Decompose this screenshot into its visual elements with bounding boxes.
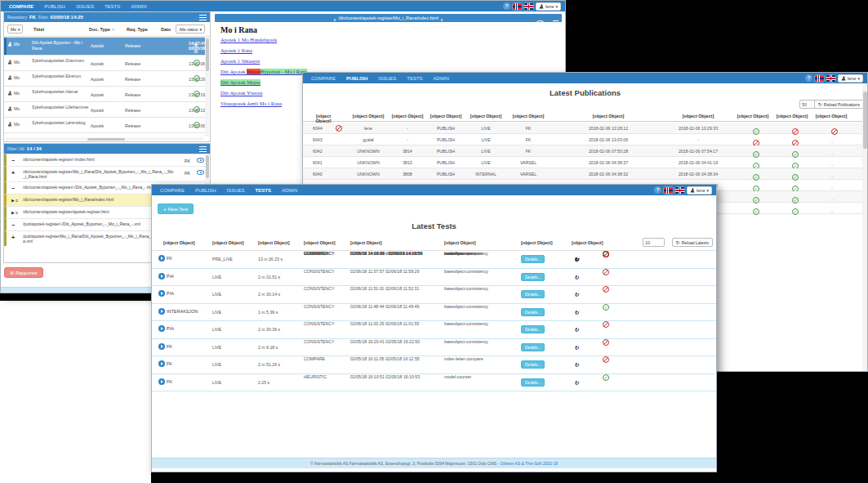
details-button[interactable]: Details... xyxy=(521,360,545,369)
publication-row[interactable]: 6044 lene - PUBLISH LIVE FK 2018-02-06 1… xyxy=(303,123,867,134)
nav-item[interactable]: TESTS xyxy=(105,4,120,9)
pharmacy-link[interactable]: Apotek 1 Rana xyxy=(220,47,559,58)
test-row[interactable]: INTERAKSJON LIVE 1 m 5.39 s Details... C… xyxy=(152,304,716,322)
play-icon[interactable] xyxy=(158,308,165,315)
status-filter-dropdown[interactable]: Alle status xyxy=(176,25,205,34)
nav-item[interactable]: ISSUES xyxy=(227,188,245,193)
column-header-reqtype: Req. Type xyxy=(127,27,148,32)
british-flag-icon[interactable] xyxy=(675,187,684,194)
test-row[interactable]: PIA LIVE 2 m 30.36 s Details... CONSISTE… xyxy=(152,321,716,339)
british-flag-icon[interactable] xyxy=(826,75,835,82)
rerun-icon[interactable] xyxy=(574,320,579,335)
test-row[interactable]: FK LIVE 2 m 9.18 s Details... CONSISTENC… xyxy=(152,339,716,357)
rerun-icon[interactable] xyxy=(574,303,579,318)
user-menu-button[interactable]: lene xyxy=(536,2,561,11)
details-button[interactable]: Details... xyxy=(521,343,545,351)
nav-item[interactable]: TESTS xyxy=(256,188,271,193)
details-button[interactable]: Details... xyxy=(521,255,545,263)
play-icon[interactable] xyxy=(158,273,165,280)
details-button[interactable]: Details... xyxy=(521,325,545,333)
nav-item[interactable]: PUBLISH xyxy=(195,188,216,193)
document-row[interactable]: Mo Sykehusapoteket Elverum Apotek Releas… xyxy=(4,70,205,86)
menu-icon[interactable] xyxy=(199,146,207,152)
document-row[interactable]: Mo Ditt Apotek Byporten - Mo i Rana Apot… xyxy=(4,37,205,55)
play-icon[interactable] xyxy=(158,255,165,262)
help-icon[interactable] xyxy=(805,74,812,82)
menu-icon[interactable] xyxy=(553,20,559,25)
rerun-icon[interactable] xyxy=(574,285,579,300)
nav-item[interactable]: PUBLISH xyxy=(44,4,65,9)
document-row[interactable]: Mo Sykehusapoteket Drammen Apotek Releas… xyxy=(4,55,205,70)
file-row[interactable]: /div/content/apotek-register/Mo_i_Rana/D… xyxy=(4,166,210,181)
test-row[interactable]: FK LIVE 2.25 s Details... HEURISTIC 02/0… xyxy=(152,374,716,392)
footer-links[interactable]: Orbeon AS & Thin-Soft 2002-18 xyxy=(501,461,559,466)
play-icon[interactable] xyxy=(158,325,165,332)
scrollbar-thumb[interactable] xyxy=(863,92,867,149)
previous-document-chevron-icon[interactable] xyxy=(334,11,336,25)
details-button[interactable]: Details... xyxy=(521,378,545,387)
rerun-icon[interactable] xyxy=(574,268,579,283)
column-header-doctype[interactable]: Doc. Type xyxy=(89,27,114,32)
publication-row[interactable]: 6043 gyalal - PUBLISH LIVE FK 2018-02-06… xyxy=(303,134,867,145)
norwegian-flag-icon[interactable] xyxy=(815,75,824,82)
publication-row[interactable]: 6040 UNKNOWN 3808 PUBLISH INTERNAL VARSE… xyxy=(303,168,867,180)
nav-item[interactable]: COMPARE xyxy=(311,76,336,81)
rerun-icon[interactable] xyxy=(574,338,579,353)
test-row[interactable]: FK LIVE 2 m 51.26 s Details... COMPARE 0… xyxy=(152,356,716,374)
play-icon[interactable] xyxy=(158,343,165,350)
eye-icon[interactable] xyxy=(536,20,544,25)
nav-item[interactable]: ADMIN xyxy=(434,76,449,81)
document-row[interactable]: Mo Sykehusapoteket Lillehammer Apotek Re… xyxy=(4,101,205,117)
play-icon[interactable] xyxy=(158,360,165,367)
nav-item[interactable]: PUBLISH xyxy=(346,76,367,81)
test-row[interactable]: FK PRE_LIVE 13 m 26.23 s Details... CUCU… xyxy=(152,251,716,269)
nav-item[interactable]: COMPARE xyxy=(9,4,33,9)
nav-item[interactable]: ADMIN xyxy=(282,188,297,193)
details-button[interactable]: Details... xyxy=(521,290,545,298)
pharmacy-link[interactable]: Apotek 1 Mo Handelspark xyxy=(220,37,559,47)
test-row[interactable]: PIA LIVE 2 m 30.14 s Details... CONSISTE… xyxy=(152,286,716,304)
pharmacy-link[interactable]: Apotek 1 Smaøyet xyxy=(220,58,559,69)
play-icon[interactable] xyxy=(158,378,165,385)
sort-icon[interactable] xyxy=(111,27,114,32)
new-test-button[interactable]: New Test xyxy=(158,203,194,214)
british-flag-icon[interactable] xyxy=(524,3,533,10)
publication-row[interactable]: 6042 UNKNOWN 3814 PUBLISH LIVE FK 2018-0… xyxy=(303,145,867,157)
scrollbar-thumb[interactable] xyxy=(206,155,209,178)
page-size-input[interactable] xyxy=(643,238,665,247)
rapporter-button[interactable]: Rapporter xyxy=(4,267,43,278)
help-icon[interactable] xyxy=(654,186,661,194)
rerun-icon[interactable] xyxy=(574,250,579,265)
next-document-chevron-icon[interactable] xyxy=(441,11,443,25)
menu-icon[interactable] xyxy=(199,15,207,20)
file-row[interactable]: /div/content/apotek-register/-/index.htm… xyxy=(4,154,210,166)
refresh-icon[interactable] xyxy=(546,16,550,30)
nav-item[interactable]: COMPARE xyxy=(160,188,185,193)
eye-icon[interactable] xyxy=(197,158,204,163)
user-menu-button[interactable]: lene xyxy=(687,186,712,195)
nav-item[interactable]: ISSUES xyxy=(76,4,94,9)
norwegian-flag-icon[interactable] xyxy=(664,187,673,194)
test-row[interactable]: PIA LIVE 2 m 31.51 s Details... CONSISTE… xyxy=(152,269,716,287)
play-icon[interactable] xyxy=(158,290,165,297)
rerun-icon[interactable] xyxy=(574,373,579,388)
nav-item[interactable]: TESTS xyxy=(407,76,422,81)
document-row[interactable]: Mo Sykehusapoteket Hamar Apotek Release … xyxy=(4,86,205,101)
document-row[interactable]: Mo Sykehusapoteket Lørenskog Apotek Rele… xyxy=(4,117,205,132)
help-icon[interactable] xyxy=(503,2,510,10)
document-row[interactable]: Mo Sykehusapoteket Oslo Apotek Release xyxy=(4,132,205,136)
eye-icon[interactable] xyxy=(197,170,204,175)
nav-item[interactable]: ADMIN xyxy=(131,4,146,9)
details-button[interactable]: Details... xyxy=(521,273,545,281)
reload-publications-button[interactable]: Reload Publications xyxy=(814,100,864,109)
norwegian-flag-icon[interactable] xyxy=(513,3,522,10)
user-menu-button[interactable]: lene xyxy=(838,74,863,83)
user-filter-dropdown[interactable]: Me xyxy=(7,25,23,34)
scrollbar-thumb[interactable] xyxy=(206,38,209,71)
publication-row[interactable]: 6041 UNKNOWN 3813 PUBLISH LIVE VARSEL 20… xyxy=(303,157,867,168)
scrollbar-thumb[interactable] xyxy=(87,138,125,141)
rerun-icon[interactable] xyxy=(574,356,579,370)
nav-item[interactable]: ISSUES xyxy=(378,76,396,81)
reload-latests-button[interactable]: Reload Latests xyxy=(672,238,713,247)
details-button[interactable]: Details... xyxy=(521,308,545,316)
